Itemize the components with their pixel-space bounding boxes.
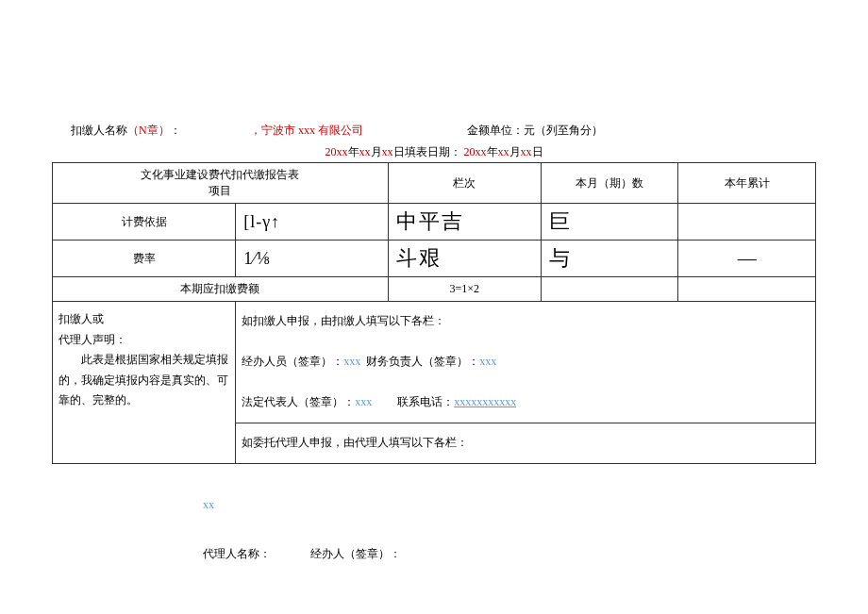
year2-suffix: 年 [487, 145, 498, 158]
colon: ： [170, 124, 181, 137]
day1-suffix: 日填表日期： [393, 145, 461, 158]
year2: 20xx [464, 145, 487, 158]
report-table: 文化事业建设费代扣代缴报告表 项目 栏次 本月（期）数 本年累计 计费依据 [l… [52, 162, 816, 464]
footer-block: xx 代理人名称： 经办人（签章）： [52, 492, 816, 567]
row2-label: 费率 [53, 241, 236, 277]
phone-value: xxxxxxxxxxx [454, 395, 516, 408]
row3-label: 本期应扣缴费额 [53, 277, 389, 302]
agent-fill-title: 如委托代理人申报，由代理人填写以下各栏： [242, 436, 468, 449]
month2: xx [498, 145, 509, 158]
payer-label-text: 扣缴人名称 [71, 124, 127, 137]
payer-fill-line2: 经办人员（签章）：xxx 财务负责人（签章）：xxx [242, 352, 810, 373]
payer-note: （N章） [127, 124, 170, 137]
decl-l2: 代理人声明： [58, 333, 126, 346]
amount-unit-label: 金额单位： [467, 124, 524, 137]
row1-label: 计费依据 [53, 204, 236, 241]
decl-l1: 扣缴人或 [58, 312, 104, 325]
month2-suffix: 月 [509, 145, 521, 158]
title-cell: 文化事业建设费代扣代缴报告表 项目 [53, 163, 389, 204]
row2-v2: 斗艰 [388, 241, 541, 277]
col-lanci: 栏次 [388, 163, 541, 204]
row-feilv: 费率 1⁄⅛ 斗艰 与 — [53, 241, 816, 277]
company-prefix: ， [250, 124, 261, 137]
caiwu-label: 财务负责人（签章）： [366, 355, 479, 368]
day2: xx [521, 145, 532, 158]
row3-v4 [678, 277, 816, 302]
company-segment: ，宁波市 xxx 有限公司 [250, 123, 467, 139]
decl-l3: 此表是根据国家相关规定填报的，我确定填报内容是真实的、可靠的、完整的。 [58, 353, 228, 407]
declaration-cell: 扣缴人或 代理人声明： 此表是根据国家相关规定填报的，我确定填报内容是真实的、可… [53, 302, 236, 464]
header-row: 文化事业建设费代扣代缴报告表 项目 栏次 本月（期）数 本年累计 [53, 163, 816, 204]
date-line: 20xx年xx月xx日填表日期： 20xx年xx月xx日 [0, 139, 868, 162]
company-name: 宁波市 xxx 有限公司 [261, 124, 363, 137]
caiwu-value: xxx [479, 355, 496, 368]
row2-v3: 与 [541, 241, 678, 277]
fading-value: xxx [355, 395, 372, 408]
payer-fill-title: 如扣缴人申报，由扣缴人填写以下各栏： [242, 311, 810, 332]
payer-name-label: 扣缴人名称（N章）： [71, 123, 250, 139]
row-jifeiyiju: 计费依据 [l-γ↑ 中平吉 巨 [53, 204, 816, 241]
row-benqi: 本期应扣缴费额 3=1×2 [53, 277, 816, 302]
day1: xx [382, 145, 393, 158]
agent-name-label: 代理人名称： [203, 547, 271, 560]
row3-formula: 3=1×2 [388, 277, 541, 302]
col-month: 本月（期）数 [541, 163, 678, 204]
row1-v4 [678, 204, 816, 241]
amount-unit-value: 元（列至角分） [524, 124, 603, 137]
row1-v3: 巨 [541, 204, 678, 241]
payer-fill-line3: 法定代表人（签章）：xxx 联系电话：xxxxxxxxxxx [242, 392, 810, 413]
footer-line2: 代理人名称： 经办人（签章）： [203, 541, 816, 566]
month1-suffix: 月 [371, 145, 382, 158]
fading-label: 法定代表人（签章）： [242, 395, 355, 408]
amount-unit-segment: 金额单位：元（列至角分） [467, 123, 603, 139]
col-year: 本年累计 [678, 163, 816, 204]
jingban-value: xxx [343, 355, 360, 368]
row2-v4: — [678, 241, 816, 277]
fill-by-payer-cell: 如扣缴人申报，由扣缴人填写以下各栏： 经办人员（签章）：xxx 财务负责人（签章… [236, 302, 816, 423]
title1: 文化事业建设费代扣代缴报告表 [141, 168, 299, 181]
row1-v2: 中平吉 [388, 204, 541, 241]
handler-label: 经办人（签章）： [310, 547, 401, 560]
month1: xx [359, 145, 371, 158]
row3-v3 [541, 277, 678, 302]
header-line: 扣缴人名称（N章）： ，宁波市 xxx 有限公司 金额单位：元（列至角分） [0, 123, 868, 139]
day2-suffix: 日 [532, 145, 543, 158]
jingban-label: 经办人员（签章）： [242, 355, 343, 368]
fill-by-agent-cell: 如委托代理人申报，由代理人填写以下各栏： [236, 423, 816, 463]
phone-label: 联系电话： [397, 395, 454, 408]
year1: 20xx [326, 145, 348, 158]
row1-v1: [l-γ↑ [236, 204, 389, 241]
declaration-row: 扣缴人或 代理人声明： 此表是根据国家相关规定填报的，我确定填报内容是真实的、可… [53, 302, 816, 423]
row2-v1: 1⁄⅛ [236, 241, 389, 277]
title2: 项目 [209, 184, 231, 197]
footer-xx: xx [203, 492, 816, 517]
year1-suffix: 年 [348, 145, 359, 158]
